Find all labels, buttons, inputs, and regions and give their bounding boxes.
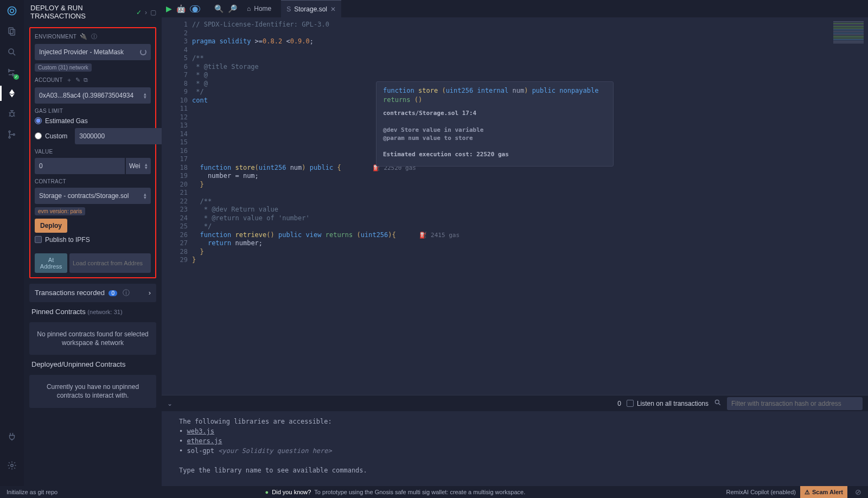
network-tag: Custom (31) network	[35, 63, 92, 72]
code-hover-tooltip: function store (uint256 internal num) pu…	[376, 81, 614, 167]
svg-rect-3	[10, 29, 15, 35]
scam-alert-button[interactable]: ⚠ Scam Alert	[800, 486, 847, 498]
contract-select[interactable]: Storage - contracts/Storage.sol ▴▾	[35, 188, 151, 204]
remix-logo-icon[interactable]	[7, 5, 17, 16]
evm-version-tag: evm version: paris	[35, 207, 85, 215]
gas-custom-radio-input[interactable]	[35, 132, 42, 139]
info-icon[interactable]: ⓘ	[123, 289, 130, 297]
deploy-run-icon[interactable]	[7, 88, 17, 99]
file-explorer-icon[interactable]	[7, 26, 17, 37]
panel-header: DEPLOY & RUN TRANSACTIONS ✓ › ▢	[24, 0, 162, 24]
solidity-file-icon: S	[286, 5, 291, 13]
deployed-contracts-title: Deployed/Unpinned Contracts	[29, 355, 156, 369]
publish-ipfs-checkbox[interactable]: Publish to IPFS	[35, 236, 151, 244]
checkbox-icon[interactable]	[627, 400, 634, 407]
deploy-run-panel: DEPLOY & RUN TRANSACTIONS ✓ › ▢ ENVIRONM…	[24, 0, 162, 498]
chevron-updown-icon: ▴▾	[144, 92, 146, 99]
plugin-manager-icon[interactable]	[7, 431, 17, 442]
svg-rect-2	[9, 28, 13, 34]
minimap[interactable]	[832, 21, 865, 61]
line-gutter: 1234567891011121314151617181920212223242…	[162, 17, 192, 395]
edit-icon[interactable]: ✎	[75, 76, 80, 84]
account-value: 0xA03...85ac4 (0.398673504934	[39, 92, 133, 99]
terminal-link-ethers[interactable]: ethers.js	[187, 437, 222, 445]
search-icon[interactable]	[7, 47, 17, 58]
expand-terminal-icon[interactable]: ⌄	[167, 400, 173, 407]
terminal-toolbar: ⌄ 0 Listen on all transactions	[162, 395, 868, 411]
environment-value: Injected Provider - MetaMask	[39, 48, 124, 56]
gas-limit-label: GAS LIMIT	[35, 108, 151, 114]
settings-icon[interactable]	[7, 460, 17, 471]
icon-sidebar: ✓	[0, 0, 24, 498]
info-icon[interactable]: ⓘ	[91, 33, 97, 41]
listen-all-tx-checkbox[interactable]: Listen on all transactions	[627, 400, 709, 407]
environment-label: ENVIRONMENT 🔌 ⓘ	[35, 33, 151, 41]
chevron-right-icon[interactable]: ›	[145, 9, 147, 16]
chevron-updown-icon: ▴▾	[144, 193, 146, 200]
toggle-icon[interactable]: ⬤	[190, 5, 200, 12]
check-icon[interactable]: ✓	[136, 9, 142, 16]
zoom-out-icon[interactable]: 🔍	[214, 4, 224, 13]
svg-point-8	[13, 134, 15, 136]
copy-icon[interactable]: ⧉	[84, 76, 88, 84]
svg-point-6	[9, 131, 10, 132]
play-icon[interactable]: ▶	[166, 4, 172, 13]
collapse-icon[interactable]: ▢	[150, 9, 156, 16]
at-address-button[interactable]: At Address	[35, 253, 67, 273]
home-icon: ⌂	[247, 5, 251, 12]
gas-estimated-radio-input[interactable]	[35, 117, 42, 124]
highlighted-config-area: ENVIRONMENT 🔌 ⓘ Injected Provider - Meta…	[29, 27, 156, 278]
tab-storage[interactable]: S Storage.sol ✕	[281, 0, 341, 17]
tx-count-badge: 0	[108, 290, 117, 296]
terminal-filter-input[interactable]	[727, 397, 863, 410]
value-unit-select[interactable]: Wei ▴▾	[126, 158, 151, 174]
panel-title: DEPLOY & RUN TRANSACTIONS	[30, 4, 136, 21]
gas-estimated-radio[interactable]: Estimated Gas	[35, 117, 151, 125]
gas-custom-radio[interactable]: Custom	[35, 128, 151, 144]
warning-icon: ⚠	[805, 489, 810, 496]
hover-gas-estimate: Estimated execution cost: 22520 gas	[383, 150, 607, 158]
zoom-in-icon[interactable]: 🔎	[228, 4, 237, 13]
at-address-input[interactable]	[69, 253, 151, 273]
svg-point-10	[715, 400, 719, 404]
git-icon[interactable]	[7, 129, 17, 140]
copilot-status[interactable]: RemixAI Copilot (enabled)	[726, 489, 796, 495]
svg-point-4	[9, 49, 14, 54]
main-area: ▶ 🤖 ⬤ 🔍 🔎 ⌂ Home S Storage.sol ✕ 1234567…	[162, 0, 868, 498]
terminal-link-web3[interactable]: web3.js	[187, 427, 214, 435]
account-label: ACCOUNT ＋ ✎ ⧉	[35, 76, 151, 84]
init-git-button[interactable]: Initialize as git repo	[0, 489, 64, 495]
gas-custom-input[interactable]	[75, 128, 162, 144]
code-content[interactable]: // SPDX-License-Identifier: GPL-3.0 prag…	[192, 17, 868, 395]
value-input[interactable]	[35, 158, 125, 174]
footer-tip: ● Did you know? To prototype using the G…	[64, 489, 726, 495]
tab-home[interactable]: ⌂ Home	[241, 0, 277, 17]
transactions-recorded[interactable]: Transactions recorded 0 ⓘ ›	[29, 284, 156, 302]
svg-point-5	[10, 112, 14, 117]
deployed-empty-message: Currently you have no unpinned contracts…	[29, 375, 156, 407]
chevron-right-icon: ›	[149, 289, 151, 297]
debug-robot-icon[interactable]: 🤖	[176, 4, 186, 13]
plug-icon[interactable]: 🔌	[80, 33, 87, 40]
disable-icon[interactable]: ⊘	[852, 488, 865, 496]
contract-label: CONTRACT	[35, 178, 151, 184]
check-badge-icon: ✓	[14, 74, 19, 80]
checkbox-icon[interactable]	[35, 236, 42, 243]
compiler-icon[interactable]: ✓	[7, 67, 17, 78]
debugger-icon[interactable]	[7, 108, 17, 119]
deploy-button[interactable]: Deploy	[35, 219, 67, 233]
value-label: VALUE	[35, 149, 151, 155]
search-icon[interactable]	[714, 399, 722, 408]
account-select[interactable]: 0xA03...85ac4 (0.398673504934 ▴▾	[35, 87, 151, 104]
tab-label: Storage.sol	[294, 5, 327, 13]
editor-toolbar: ▶ 🤖 ⬤ 🔍 🔎 ⌂ Home S Storage.sol ✕	[162, 0, 868, 17]
terminal-output[interactable]: The following libraries are accessible: …	[162, 411, 868, 498]
plus-icon[interactable]: ＋	[66, 76, 72, 84]
bulb-icon: ●	[265, 489, 269, 495]
code-editor[interactable]: 1234567891011121314151617181920212223242…	[162, 17, 868, 395]
tx-count: 0	[617, 400, 621, 407]
environment-select[interactable]: Injected Provider - MetaMask	[35, 44, 151, 60]
close-icon[interactable]: ✕	[330, 5, 336, 13]
svg-point-9	[11, 464, 14, 467]
status-bar: Initialize as git repo ● Did you know? T…	[0, 486, 868, 498]
